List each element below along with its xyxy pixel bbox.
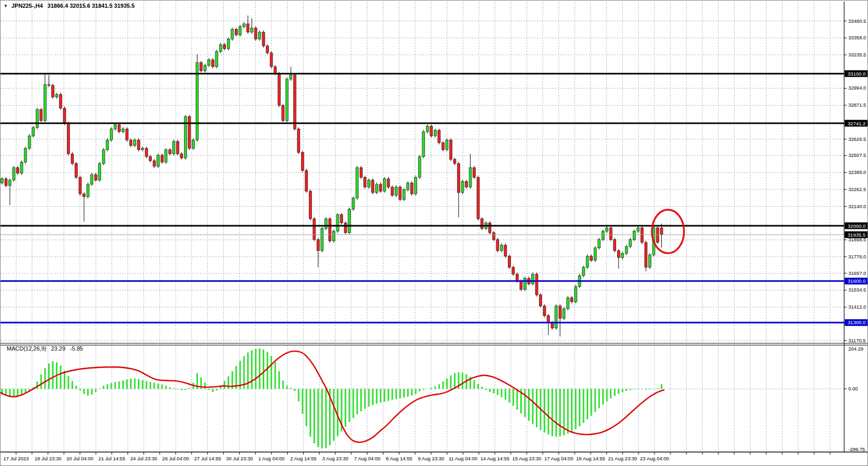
- candle-body-bull: [36, 110, 38, 128]
- candle-body-bull: [356, 168, 359, 198]
- candle-body-bull: [606, 228, 608, 231]
- candle-body-bull: [24, 148, 27, 162]
- candle-body-bear: [641, 228, 643, 242]
- candle-body-bear: [262, 32, 265, 46]
- candle-body-bear: [63, 108, 66, 123]
- x-axis-time-label: 21 Jul 14:55: [98, 456, 125, 461]
- candle-body-bear: [180, 154, 183, 158]
- symbol-dropdown-icon[interactable]: ▼: [4, 4, 8, 8]
- candle-body-bear: [387, 179, 390, 187]
- x-axis-time-label: 24 Jul 23:30: [131, 456, 158, 461]
- chart-background[interactable]: [1, 1, 868, 466]
- candle-body-bull: [637, 228, 639, 231]
- candle-body-bull: [434, 130, 436, 136]
- candle-body-bull: [422, 132, 425, 156]
- candle-body-bull: [336, 215, 339, 231]
- candle-body-bear: [17, 168, 19, 173]
- candle-body-bear: [481, 219, 483, 229]
- candle-body-bear: [489, 223, 491, 233]
- candle-body-bull: [20, 162, 23, 173]
- candle-body-bear: [153, 161, 155, 166]
- chart-canvas[interactable]: 33480.533358.033235.532994.032871.532626…: [1, 1, 868, 466]
- candle-body-bear: [399, 187, 402, 199]
- candle-body-bear: [282, 106, 284, 121]
- candle-body-bear: [571, 298, 573, 302]
- candle-body-bear: [5, 179, 7, 185]
- candle-body-bear: [168, 150, 171, 154]
- candle-body-bear: [372, 180, 374, 193]
- candle-body-bear: [274, 67, 277, 74]
- candle-body-bull: [524, 279, 527, 289]
- candle-body-bull: [582, 267, 585, 275]
- candle-body-bull: [28, 136, 31, 148]
- candle-body-bear: [660, 228, 663, 235]
- x-axis-time-label: 26 Jul 04:00: [162, 456, 189, 461]
- candle-body-bull: [602, 231, 604, 240]
- candle-body-bear: [51, 85, 54, 97]
- candle-body-bull: [469, 168, 472, 187]
- candle-body-bull: [87, 184, 89, 197]
- candle-body-bear: [551, 323, 553, 328]
- candle-body-bear: [657, 228, 659, 242]
- candle-body-bull: [165, 150, 167, 162]
- candle-body-bear: [40, 110, 42, 121]
- candle-body-bear: [520, 281, 522, 289]
- candle-body-bull: [204, 65, 206, 71]
- macd-name: MACD(12,26,9): [7, 345, 46, 352]
- candle-body-bear: [477, 178, 479, 219]
- candle-body-bear: [329, 219, 331, 241]
- candle-body-bull: [106, 140, 109, 150]
- macd-axis-min-label: -299.75: [848, 446, 865, 452]
- candle-body-bull: [625, 246, 628, 253]
- candle-body-bull: [192, 140, 194, 148]
- candle-body-bear: [512, 267, 515, 274]
- candle-body-bear: [344, 223, 347, 233]
- candle-body-bull: [574, 287, 577, 302]
- candle-body-bull: [208, 60, 210, 65]
- y-axis-tick-label: 32626.5: [848, 136, 866, 142]
- candle-body-bear: [254, 28, 257, 39]
- candle-body-bull: [352, 198, 354, 209]
- candle-body-bear: [293, 75, 296, 129]
- candle-body-bear: [590, 256, 593, 260]
- x-axis-time-label: 21 Aug 23:30: [608, 456, 637, 461]
- x-axis-time-label: 3 Aug 23:30: [322, 456, 349, 461]
- macd-axis-zero-label: 0.00: [848, 386, 858, 391]
- x-axis-time-label: 15 Aug 23:30: [513, 456, 542, 461]
- candle-body-bull: [157, 155, 160, 166]
- price-level-badge-label: 32741.2: [848, 121, 865, 126]
- current-price-badge-label: 31935.5: [848, 232, 865, 238]
- candle-body-bull: [563, 309, 565, 318]
- candle-body-bear: [410, 183, 413, 194]
- candle-body-bear: [235, 30, 237, 35]
- x-axis-time-label: 30 Jul 23:30: [226, 456, 253, 461]
- candle-body-bear: [297, 129, 300, 152]
- candle-body-bear: [379, 184, 382, 191]
- symbol-timeframe-label: JPN225-,H4: [11, 3, 43, 9]
- x-axis-time-label: 18 Jul 23:30: [35, 456, 62, 461]
- candle-body-bull: [243, 24, 245, 26]
- x-axis-time-label: 7 Aug 04:00: [354, 456, 380, 461]
- candle-body-bear: [465, 182, 468, 187]
- y-axis-tick-label: 33358.0: [848, 35, 866, 40]
- candle-body-bull: [566, 298, 569, 309]
- candle-body-bull: [173, 141, 175, 154]
- y-axis-tick-label: 32994.0: [848, 85, 866, 91]
- candle-body-bull: [102, 150, 105, 164]
- x-axis-time-label: 9 Aug 23:30: [418, 456, 444, 461]
- candle-body-bull: [633, 231, 635, 240]
- candle-body-bear: [278, 74, 280, 105]
- price-level-badge-label: 32000.0: [848, 223, 865, 229]
- candle-body-bull: [407, 183, 409, 190]
- candle-body-bear: [176, 141, 179, 154]
- y-axis-tick-label: 31534.5: [848, 287, 866, 293]
- y-axis-tick-label: 31412.0: [848, 304, 866, 310]
- candle-body-bear: [360, 168, 362, 178]
- candle-body-bear: [161, 155, 163, 162]
- ohlc-values: 31866.4 32015.6 31841.5 31935.5: [48, 3, 135, 9]
- candle-body-bull: [231, 30, 234, 39]
- y-axis-tick-label: 32385.0: [848, 169, 866, 175]
- candle-body-bear: [188, 116, 191, 148]
- candle-body-bear: [535, 274, 538, 295]
- candle-body-bull: [555, 306, 558, 328]
